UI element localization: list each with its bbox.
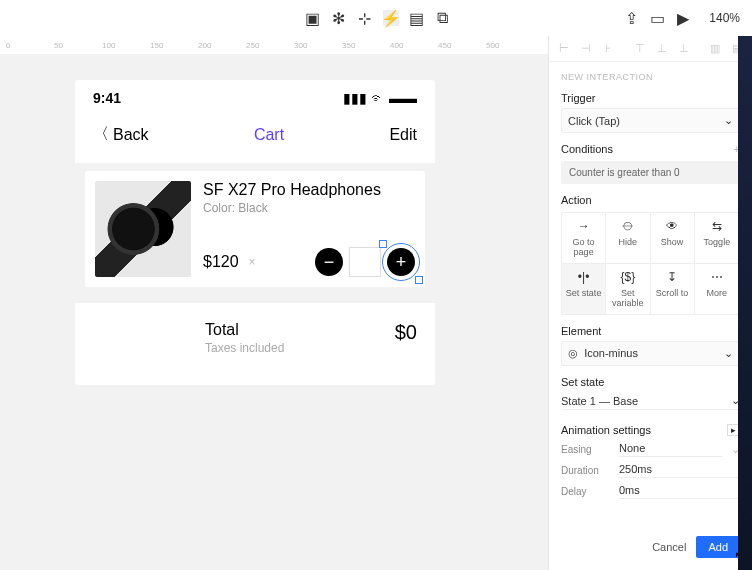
pages-icon[interactable]: ▤ [409,10,425,26]
desktop-background [738,36,752,570]
align-middle-icon[interactable]: ⊥ [655,42,669,55]
action-hide[interactable]: ⦵Hide [606,213,650,264]
trigger-select[interactable]: Click (Tap) ⌄ [561,108,740,133]
delay-input[interactable]: 0ms [619,484,740,499]
align-bottom-icon[interactable]: ⊥ [677,42,691,55]
minus-icon[interactable]: − [315,248,343,276]
plus-icon[interactable]: + [387,248,415,276]
total-label: Total [205,321,284,339]
interactions-lightning-icon[interactable]: ⚡ [383,10,399,26]
toolbar-right: ⇪ ▭ ▶ 140% [623,10,740,26]
product-name: SF X27 Pro Headphones [203,181,415,199]
remove-icon[interactable]: × [249,255,256,269]
duration-input[interactable]: 250ms [619,463,740,478]
action-label: Action [561,194,740,206]
section-heading: NEW INTERACTION [561,72,740,82]
cellular-icon: ▮▮▮ [343,90,367,106]
device-icon[interactable]: ▭ [649,10,665,26]
add-button[interactable]: Add ↖ [696,536,740,558]
action-set-variable[interactable]: {$}Set variable [606,264,650,314]
element-label: Element [561,325,740,337]
artboard-cart[interactable]: 9:41 ▮▮▮ ᯤ ▬▬ 〈 Back Cart Edit [75,80,435,385]
status-time: 9:41 [93,90,121,106]
toolbar-center: ▣ ✻ ⊹ ⚡ ▤ ⧉ [12,10,623,26]
trigger-label: Trigger [561,92,740,104]
align-icon[interactable]: ⊹ [357,10,373,26]
inspector-panel: ⊢ ⊣ ⊦ ⊤ ⊥ ⊥ ▥ ▤ NEW INTERACTION Trigger … [548,36,752,570]
align-top-icon[interactable]: ⊤ [633,42,647,55]
setstate-select[interactable]: State 1 — Base ⌄ [561,392,740,410]
variable-icon: {$} [621,270,636,284]
status-icons: ▮▮▮ ᯤ ▬▬ [343,90,417,106]
share-icon[interactable]: ⇪ [623,10,639,26]
product-image [95,181,191,277]
edit-button[interactable]: Edit [389,126,417,144]
state-icon: •|• [578,270,590,284]
animation-label: Animation settings [561,424,651,436]
action-scroll-to[interactable]: ↧Scroll to [651,264,695,314]
action-grid: →Go to page ⦵Hide 👁Show ⇆Toggle •|•Set s… [561,212,740,315]
target-icon: ◎ [568,347,578,359]
align-left-icon[interactable]: ⊢ [557,42,571,55]
easing-select[interactable]: None [619,442,723,457]
back-label: Back [113,126,149,144]
chevron-down-icon: ⌄ [724,114,733,127]
easing-label: Easing [561,444,611,455]
totals-row: Total Taxes included $0 [75,303,435,385]
panel-align-tools: ⊢ ⊣ ⊦ ⊤ ⊥ ⊥ ▥ ▤ [549,36,752,62]
more-icon: ⋯ [711,270,723,284]
zoom-level[interactable]: 140% [709,11,740,25]
eye-icon: 👁 [666,219,678,233]
eye-off-icon: ⦵ [622,219,633,233]
settings-gear-icon[interactable]: ✻ [331,10,347,26]
status-bar: 9:41 ▮▮▮ ᯤ ▬▬ [75,80,435,112]
toggle-icon: ⇆ [712,219,722,233]
taxes-label: Taxes included [205,341,284,355]
panel-footer: Cancel Add ↖ [549,528,752,570]
action-toggle[interactable]: ⇆Toggle [695,213,739,264]
topbar: ▣ ✻ ⊹ ⚡ ▤ ⧉ ⇪ ▭ ▶ 140% [0,0,752,36]
cart-item[interactable]: SF X27 Pro Headphones Color: Black $120 … [85,171,425,287]
duration-label: Duration [561,465,611,476]
product-price: $120 [203,253,239,271]
cancel-button[interactable]: Cancel [652,541,686,553]
product-info: SF X27 Pro Headphones Color: Black $120 … [203,181,415,277]
play-icon[interactable]: ▶ [675,10,691,26]
chevron-down-icon: ⌄ [724,347,733,360]
align-center-icon[interactable]: ⊣ [579,42,593,55]
quantity-stepper: − + [315,247,415,277]
action-more[interactable]: ⋯More [695,264,739,314]
ruler: 0 50 100 150 200 250 300 350 400 450 500 [0,36,548,54]
element-select[interactable]: ◎ Icon-minus ⌄ [561,341,740,366]
total-value: $0 [395,321,417,344]
quantity-field[interactable] [349,247,381,277]
action-set-state[interactable]: •|•Set state [562,264,606,314]
setstate-label: Set state [561,376,740,388]
canvas[interactable]: 0 50 100 150 200 250 300 350 400 450 500… [0,36,548,570]
nav-title: Cart [254,126,284,144]
wifi-icon: ᯤ [371,90,385,106]
assets-icon[interactable]: ▣ [305,10,321,26]
action-show[interactable]: 👁Show [651,213,695,264]
scroll-icon: ↧ [667,270,677,284]
chevron-left-icon: 〈 [93,124,109,145]
conditions-label: Conditions [561,143,613,155]
action-go-to-page[interactable]: →Go to page [562,213,606,264]
product-color: Color: Black [203,201,415,215]
distribute-h-icon[interactable]: ▥ [708,42,722,55]
condition-chip[interactable]: Counter is greater than 0 [561,161,740,184]
battery-icon: ▬▬ [389,90,417,106]
back-button[interactable]: 〈 Back [93,124,149,145]
cart-list: SF X27 Pro Headphones Color: Black $120 … [75,163,435,303]
components-icon[interactable]: ⧉ [435,10,451,26]
arrow-right-icon: → [578,219,590,233]
nav-bar: 〈 Back Cart Edit [75,112,435,163]
align-right-icon[interactable]: ⊦ [601,42,615,55]
delay-label: Delay [561,486,611,497]
